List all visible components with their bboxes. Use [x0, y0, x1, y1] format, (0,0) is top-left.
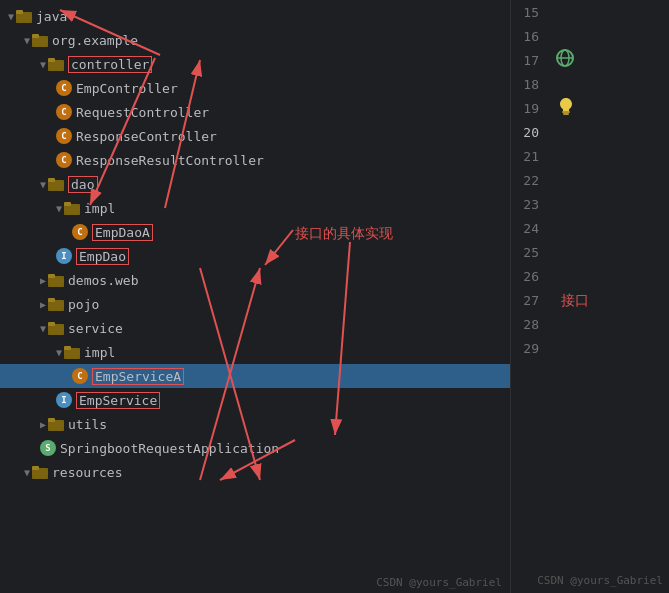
- folder-icon-resources: [32, 465, 48, 479]
- tree-item-EmpDaoA[interactable]: C EmpDaoA: [0, 220, 510, 244]
- svg-rect-21: [32, 466, 39, 470]
- line-num-19: 19: [511, 96, 551, 120]
- tree-item-org-example[interactable]: ▼ org.example: [0, 28, 510, 52]
- svg-rect-9: [64, 202, 71, 206]
- folder-icon-org-example: [32, 33, 48, 47]
- interface-icon-EmpService: I: [56, 392, 72, 408]
- line-num-28: 28: [511, 312, 551, 336]
- line-numbers-col: 15 16 17 18 19 20 21 22 23 24 25 26 27 2…: [511, 0, 551, 360]
- lightbulb-icon[interactable]: [557, 96, 575, 121]
- item-label-controller: controller: [68, 56, 152, 73]
- folder-icon-dao: [48, 177, 64, 191]
- folder-icon-service-impl: [64, 345, 80, 359]
- tree-item-EmpController[interactable]: C EmpController: [0, 76, 510, 100]
- item-label-java: java: [36, 9, 67, 24]
- arrow-demos-web: ▶: [40, 275, 46, 286]
- line-numbers-panel: 15 16 17 18 19 20 21 22 23 24 25 26 27 2…: [510, 0, 669, 593]
- class-icon-EmpController: C: [56, 80, 72, 96]
- line-num-21: 21: [511, 144, 551, 168]
- tree-item-service[interactable]: ▼ service: [0, 316, 510, 340]
- item-label-EmpController: EmpController: [76, 81, 178, 96]
- svg-rect-35: [563, 113, 569, 115]
- item-label-EmpDaoA: EmpDaoA: [92, 224, 153, 241]
- arrow-pojo: ▶: [40, 299, 46, 310]
- svg-rect-11: [48, 274, 55, 278]
- line-num-18: 18: [511, 72, 551, 96]
- tree-item-demos-web[interactable]: ▶ demos.web: [0, 268, 510, 292]
- item-label-EmpDao: EmpDao: [76, 248, 129, 265]
- svg-rect-3: [32, 34, 39, 38]
- line-num-20: 20: [511, 120, 551, 144]
- item-label-resources: resources: [52, 465, 122, 480]
- svg-rect-15: [48, 322, 55, 326]
- arrow-org-example: ▼: [24, 35, 30, 46]
- tree-item-utils[interactable]: ▶ utils: [0, 412, 510, 436]
- svg-rect-19: [48, 418, 55, 422]
- tree-item-dao[interactable]: ▼ dao: [0, 172, 510, 196]
- item-label-RequestController: RequestController: [76, 105, 209, 120]
- folder-icon-pojo: [48, 297, 64, 311]
- item-label-utils: utils: [68, 417, 107, 432]
- svg-text:接口: 接口: [561, 292, 589, 308]
- item-label-EmpServiceA: EmpServiceA: [92, 368, 184, 385]
- tree-item-EmpService[interactable]: I EmpService: [0, 388, 510, 412]
- tree-item-java[interactable]: ▼ java: [0, 4, 510, 28]
- tree-item-EmpServiceA[interactable]: C EmpServiceA: [0, 364, 510, 388]
- line-num-17: 17: [511, 48, 551, 72]
- line-num-22: 22: [511, 168, 551, 192]
- folder-icon-demos-web: [48, 273, 64, 287]
- line-num-27: 27: [511, 288, 551, 312]
- item-label-org-example: org.example: [52, 33, 138, 48]
- arrow-service: ▼: [40, 323, 46, 334]
- class-icon-SpringbootRequestApplication: S: [40, 440, 56, 456]
- tree-item-resources[interactable]: ▼ resources: [0, 460, 510, 484]
- svg-rect-7: [48, 178, 55, 182]
- arrow-dao-impl: ▼: [56, 203, 62, 214]
- interface-icon-EmpDao: I: [56, 248, 72, 264]
- globe-icon[interactable]: [555, 48, 575, 71]
- arrow-service-impl: ▼: [56, 347, 62, 358]
- class-icon-RequestController: C: [56, 104, 72, 120]
- line-num-24: 24: [511, 216, 551, 240]
- tree-item-ResponseResultController[interactable]: C ResponseResultController: [0, 148, 510, 172]
- folder-icon-service: [48, 321, 64, 335]
- item-label-pojo: pojo: [68, 297, 99, 312]
- arrow-utils: ▶: [40, 419, 46, 430]
- right-panel-content: 15 16 17 18 19 20 21 22 23 24 25 26 27 2…: [511, 0, 669, 360]
- item-label-service: service: [68, 321, 123, 336]
- arrow-resources: ▼: [24, 467, 30, 478]
- folder-icon-controller: [48, 57, 64, 71]
- item-label-service-impl: impl: [84, 345, 115, 360]
- item-label-ResponseResultController: ResponseResultController: [76, 153, 264, 168]
- folder-icon-java: [16, 9, 32, 23]
- tree-item-RequestController[interactable]: C RequestController: [0, 100, 510, 124]
- svg-rect-13: [48, 298, 55, 302]
- tree-item-controller[interactable]: ▼ controller: [0, 52, 510, 76]
- line-num-29: 29: [511, 336, 551, 360]
- line-num-26: 26: [511, 264, 551, 288]
- item-label-ResponseController: ResponseController: [76, 129, 217, 144]
- item-label-dao-impl: impl: [84, 201, 115, 216]
- annotation-interface-label: 接口: [561, 285, 641, 318]
- tree-item-dao-impl[interactable]: ▼ impl: [0, 196, 510, 220]
- tree-item-EmpDao[interactable]: I EmpDao: [0, 244, 510, 268]
- folder-icon-utils: [48, 417, 64, 431]
- file-tree-panel: ▼ java ▼ org.example ▼: [0, 0, 510, 593]
- tree-item-service-impl[interactable]: ▼ impl: [0, 340, 510, 364]
- tree-item-SpringbootRequestApplication[interactable]: S SpringbootRequestApplication: [0, 436, 510, 460]
- tree-item-pojo[interactable]: ▶ pojo: [0, 292, 510, 316]
- arrow-dao: ▼: [40, 179, 46, 190]
- class-icon-ResponseController: C: [56, 128, 72, 144]
- line-num-15: 15: [511, 0, 551, 24]
- svg-rect-5: [48, 58, 55, 62]
- item-label-dao: dao: [68, 176, 97, 193]
- line-num-25: 25: [511, 240, 551, 264]
- watermark: CSDN @yours_Gabriel: [376, 576, 502, 589]
- line-num-23: 23: [511, 192, 551, 216]
- class-icon-ResponseResultController: C: [56, 152, 72, 168]
- item-label-demos-web: demos.web: [68, 273, 138, 288]
- tree-item-ResponseController[interactable]: C ResponseController: [0, 124, 510, 148]
- svg-rect-17: [64, 346, 71, 350]
- class-icon-EmpDaoA: C: [72, 224, 88, 240]
- arrow-java: ▼: [8, 11, 14, 22]
